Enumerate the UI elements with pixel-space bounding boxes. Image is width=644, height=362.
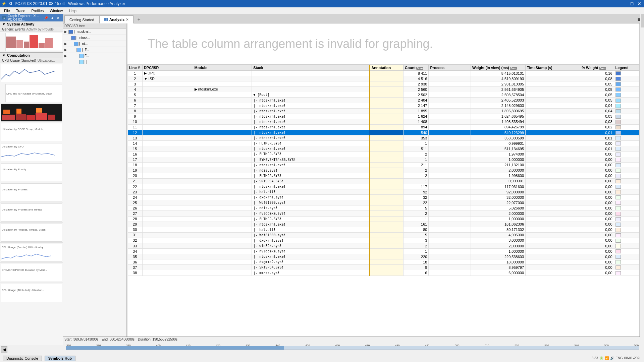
svg-rect-14 bbox=[48, 115, 55, 120]
flame-chart-area bbox=[1, 104, 62, 122]
menu-help[interactable]: Help bbox=[66, 8, 79, 13]
header-timestamp[interactable]: TimeStamp (s) bbox=[526, 65, 580, 71]
table-row[interactable]: 5▼ [Root]2 5022 503,5785040,05 bbox=[128, 92, 639, 98]
table-row[interactable]: 28 |- FLTMGR.SYS!11,0000000,00 bbox=[128, 216, 639, 222]
table-row[interactable]: 33 |- win32k.sys!22,0000000,00 bbox=[128, 243, 639, 249]
table-row[interactable]: 30 |- hal.dll!8080,1713020,00 bbox=[128, 227, 639, 232]
graph-explorer-close[interactable]: ✕ bbox=[55, 15, 61, 20]
menu-trace[interactable]: Trace bbox=[13, 8, 28, 13]
table-row[interactable]: 9 |- ntoskrnl.exe!1 6241 624,6654950,03 bbox=[128, 114, 639, 119]
utilization-process-thread-chart[interactable]: Utilization By Process and Thread bbox=[0, 202, 63, 223]
timeline-ruler[interactable]: 370 380 390 400 410 420 430 440 450 460 … bbox=[63, 342, 644, 354]
cell-module bbox=[193, 119, 252, 124]
table-row[interactable]: 20 |- FLTMGR.SYS!21,9986000,00 bbox=[128, 173, 639, 178]
table-row[interactable]: 1▶ DPC8 4118 415,0131010,16 bbox=[128, 71, 639, 76]
graph-explorer-pin[interactable]: 📌 bbox=[43, 15, 49, 20]
utilization-process-chart[interactable]: Utilization By Process bbox=[0, 182, 63, 202]
generic-events-header[interactable]: Generic Events Activity by Provide... bbox=[0, 27, 63, 32]
tick-560: 560 bbox=[634, 344, 638, 347]
table-row[interactable]: 32 9302 931,8103050,05 bbox=[128, 81, 639, 87]
cpu-attributed-chart[interactable]: CPU Usage (Attributed) Utilization... bbox=[0, 283, 63, 303]
header-module[interactable]: Module bbox=[193, 65, 252, 71]
tab-add-button[interactable]: + bbox=[135, 16, 143, 23]
menu-file[interactable]: File bbox=[1, 8, 13, 13]
header-process[interactable]: Process bbox=[429, 65, 471, 71]
diagnostic-console-button[interactable]: Diagnostic Console bbox=[3, 356, 42, 361]
cell-dpc bbox=[142, 98, 193, 103]
header-pctweight[interactable]: % WeightSum bbox=[580, 65, 614, 71]
table-row[interactable]: 25 |- Wdf01000.sys!2222,0770000,00 bbox=[128, 200, 639, 205]
table-row[interactable]: 11 |- ntoskrnl.exe!894894,4267990,02 bbox=[128, 124, 639, 130]
table-row[interactable]: 31 |- Wdf01000.sys!54,9953000,00 bbox=[128, 232, 639, 238]
cpu-sampled-header[interactable]: CPU Usage (Sampled) Utilization... bbox=[0, 58, 63, 63]
tab-analysis-close[interactable]: ✕ bbox=[126, 18, 128, 21]
header-count[interactable]: CountSum bbox=[404, 65, 429, 71]
tree-item-2[interactable]: |- ntosk... bbox=[63, 35, 126, 41]
cpu-precise-chart[interactable]: CPU Usage (Precise) Utilization by... bbox=[0, 243, 63, 263]
table-row[interactable]: 16 |- FLTMGR.SYS!21,9740000,00 bbox=[128, 152, 639, 157]
table-row[interactable]: 24 |- dxgkrnl.sys!3232,0000000,00 bbox=[128, 195, 639, 200]
close-button[interactable]: ✕ bbox=[636, 0, 643, 7]
table-row[interactable]: 19 |- ndis.sys!22,0000000,00 bbox=[128, 168, 639, 173]
cpu-sampled-chart[interactable] bbox=[0, 63, 63, 83]
table-row[interactable]: 17 |- SYMEVENT64x86.SYS!11,0000000,00 bbox=[128, 157, 639, 162]
flame-chart-item[interactable] bbox=[0, 103, 63, 122]
tree-item-1[interactable]: ▶ |- ntoskrnl... bbox=[63, 29, 126, 35]
cell-annotation bbox=[370, 205, 403, 211]
header-legend[interactable]: Legend bbox=[614, 65, 639, 71]
header-line[interactable]: Line # bbox=[128, 65, 143, 71]
table-row[interactable]: 18 |- ntoskrnl.exe! 211211,1321000,00 bbox=[128, 162, 639, 168]
computation-header[interactable]: ▼ Computation bbox=[0, 52, 63, 58]
header-dpc[interactable]: DPC/ISR bbox=[142, 65, 193, 71]
tree-item-4[interactable]: ▶ |- F... bbox=[63, 47, 126, 53]
tree-item-6[interactable]: | | bbox=[63, 59, 126, 65]
menu-profiles[interactable]: Profiles bbox=[29, 8, 46, 13]
table-row[interactable]: 23 |- hal.dll!9292,0000000,00 bbox=[128, 189, 639, 195]
graph-explorer-arrow[interactable]: ◄ bbox=[49, 15, 55, 20]
menu-window[interactable]: Window bbox=[47, 8, 65, 13]
header-annotation[interactable]: Annotation bbox=[370, 65, 403, 71]
table-row[interactable]: 10 |- ntoskrnl.exe!1 4081 408,5354940,03 bbox=[128, 119, 639, 124]
tree-item-5[interactable]: ▶ F... bbox=[63, 53, 126, 59]
minimize-button[interactable]: ─ bbox=[621, 0, 628, 7]
utilization-cpu-chart[interactable]: Utilization By CPU bbox=[0, 142, 63, 162]
table-row[interactable]: 26 |- ndis.sys!55,0266000,00 bbox=[128, 205, 639, 211]
table-row[interactable]: 12 |- ntoskrnl.exe! 540540,1232990,01 bbox=[128, 130, 639, 135]
utilization-priority-chart[interactable]: Utilization By Priority bbox=[0, 162, 63, 182]
table-row[interactable]: 29 |- ntoskrnl.exe! 161161,0623060,00 bbox=[128, 222, 639, 227]
table-row[interactable]: 2▼ ISR4 5164 519,8091930,08 bbox=[128, 76, 639, 81]
header-stack[interactable]: Stack bbox=[252, 65, 370, 71]
table-row[interactable]: 27 |- nvlddmkm.sys!22,0000000,00 bbox=[128, 211, 639, 216]
utilization-process-stack-chart[interactable]: Utilization by Process, Thread, Stack bbox=[0, 223, 63, 243]
left-arrow[interactable]: ◀ bbox=[1, 346, 7, 353]
table-row[interactable]: 15 |- ntoskrnl.exe! 511511,1346950,01 bbox=[128, 146, 639, 152]
dpc-isr-duration-chart[interactable]: DPC/ISR DPC/ISR Duration by Mod... bbox=[0, 263, 63, 283]
generic-events-chart[interactable] bbox=[0, 32, 63, 52]
table-row[interactable]: 13 |- ntoskrnl.exe!353353,3035990,01 bbox=[128, 135, 639, 141]
table-row[interactable]: 22 |- ntoskrnl.exe! 117117,0316000,00 bbox=[128, 184, 639, 189]
utilization-coff-chart[interactable]: Utilization by COFF Group, Module,... bbox=[0, 122, 63, 142]
cell-dpc: ▶ DPC bbox=[142, 71, 193, 76]
table-row[interactable]: 35 |- ntoskrnl.exe! 220220,5386030,00 bbox=[128, 254, 639, 259]
symbols-hub-button[interactable]: Symbols Hub bbox=[45, 356, 75, 361]
table-row[interactable]: 21 |- SRTSP64.SYS!10,9993010,00 bbox=[128, 178, 639, 184]
table-row[interactable]: 14 |- FLTMGR.SYS!10,9999010,00 bbox=[128, 141, 639, 146]
tab-getting-started[interactable]: Getting Started bbox=[64, 15, 99, 23]
table-row[interactable]: 4▶ ntoskrnl.exe2 5602 561,6649050,05 bbox=[128, 87, 639, 92]
dpc-isr-chart[interactable]: DPC and ISR Usage by Module, Stack bbox=[0, 83, 63, 103]
header-weight[interactable]: Weight (in view) (ms)Sum bbox=[471, 65, 525, 71]
system-activity-header[interactable]: ▼ System Activity bbox=[0, 21, 63, 27]
table-row[interactable]: 7 |- ntoskrnl.exe!2 1472 148,0296030,04 bbox=[128, 103, 639, 108]
cell-line: 21 bbox=[128, 178, 143, 184]
maximize-button[interactable]: □ bbox=[629, 0, 635, 7]
table-row[interactable]: 32 |- dxgkrnl.sys!33,0000000,00 bbox=[128, 238, 639, 243]
table-row[interactable]: 6 |- ntoskrnl.exe!2 4042 405,5280030,05 bbox=[128, 98, 639, 103]
tree-item-3[interactable]: ▶ |- nt... bbox=[63, 41, 126, 47]
table-row[interactable]: 34 |- nvlddmkm.sys!11,0000000,00 bbox=[128, 249, 639, 254]
tab-analysis[interactable]: 1 Analysis ✕ bbox=[99, 15, 133, 23]
table-row[interactable]: 36 |- dxgmms2.sys!1818,0000000,00 bbox=[128, 259, 639, 265]
table-row[interactable]: 37 |- SRTSP64.SYS!98,9597970,00 bbox=[128, 265, 639, 270]
table-row[interactable]: 8 |- ntoskrnl.exe!1 8951 895,8006950,04 bbox=[128, 108, 639, 114]
table-row[interactable]: 38 |- mmcss.sys!66,0000000,00 bbox=[128, 270, 639, 276]
data-table-container[interactable]: Line # DPC/ISR Module Stack Annotation C… bbox=[127, 64, 639, 337]
